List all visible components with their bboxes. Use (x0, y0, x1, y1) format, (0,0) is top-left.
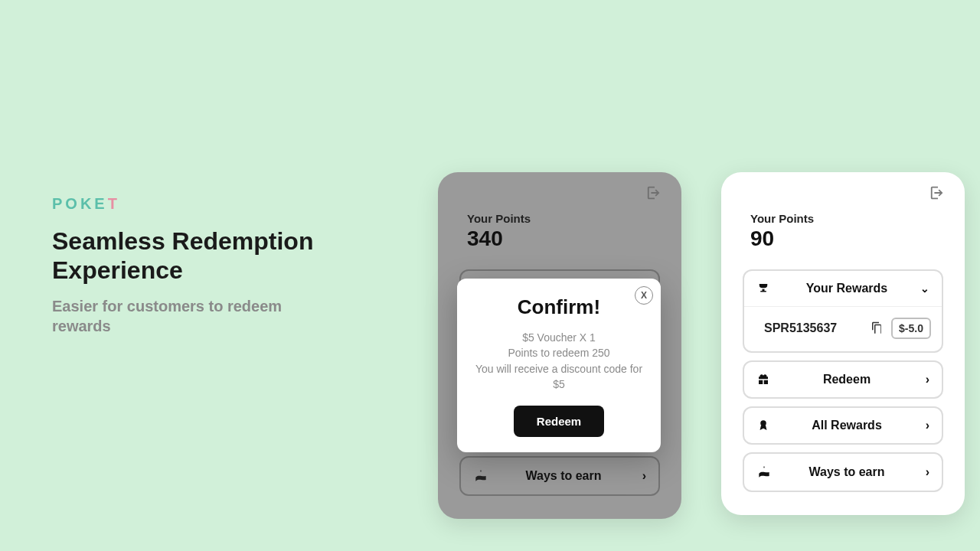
svg-point-1 (760, 420, 766, 426)
modal-line-3: You will receive a discount code for $5 (471, 361, 647, 393)
redeem-label: Redeem (778, 373, 916, 386)
subheadline: Easier for customers to redeem rewards (52, 296, 343, 336)
logo-main: POKE (52, 195, 108, 212)
ways-to-earn-label: Ways to earn (495, 469, 632, 483)
chevron-right-icon: › (916, 465, 929, 479)
points-value: 90 (750, 227, 936, 251)
promo-copy: POKET Seamless Redemption Experience Eas… (52, 195, 343, 336)
brand-logo: POKET (52, 195, 343, 213)
headline: Seamless Redemption Experience (52, 227, 343, 285)
all-rewards-label: All Rewards (778, 419, 916, 432)
ways-to-earn-card[interactable]: Ways to earn › (743, 452, 943, 492)
badge-icon (756, 419, 778, 432)
logout-icon[interactable] (929, 184, 946, 201)
logout-icon[interactable] (646, 184, 663, 201)
hand-coin-icon (756, 465, 778, 480)
gift-icon (756, 373, 778, 386)
ways-to-earn-card[interactable]: Ways to earn › (459, 456, 660, 496)
redeem-card[interactable]: Redeem › (743, 360, 943, 399)
chevron-right-icon: › (916, 419, 929, 432)
confirm-modal: X Confirm! $5 Voucher X 1 Points to rede… (457, 279, 661, 452)
trophy-icon (756, 282, 778, 295)
voucher-code: SPR5135637 (755, 321, 862, 335)
logo-accent: T (108, 195, 120, 212)
close-button[interactable]: X (635, 286, 653, 305)
chevron-right-icon: › (632, 469, 646, 483)
phone-mock-rewards: Your Points 90 Your Rewards ⌄ SPR5135637… (721, 172, 965, 515)
voucher-amount-chip[interactable]: $-5.0 (891, 318, 931, 339)
your-rewards-card[interactable]: Your Rewards ⌄ SPR5135637 $-5.0 (743, 269, 943, 353)
voucher-row: SPR5135637 $-5.0 (744, 306, 942, 351)
chevron-right-icon: › (916, 373, 929, 386)
modal-title: Confirm! (471, 295, 647, 319)
hand-coin-icon (473, 468, 495, 484)
points-label: Your Points (750, 212, 936, 225)
modal-line-2: Points to redeem 250 (471, 345, 647, 360)
chevron-down-icon: ⌄ (916, 282, 929, 295)
ways-to-earn-label: Ways to earn (778, 465, 916, 479)
points-value: 340 (467, 227, 652, 251)
points-label: Your Points (467, 212, 652, 225)
all-rewards-card[interactable]: All Rewards › (743, 406, 943, 445)
redeem-button[interactable]: Redeem (514, 406, 604, 437)
close-icon: X (641, 290, 647, 301)
modal-line-1: $5 Voucher X 1 (471, 330, 647, 345)
copy-icon[interactable] (870, 321, 884, 335)
your-rewards-label: Your Rewards (778, 282, 916, 295)
